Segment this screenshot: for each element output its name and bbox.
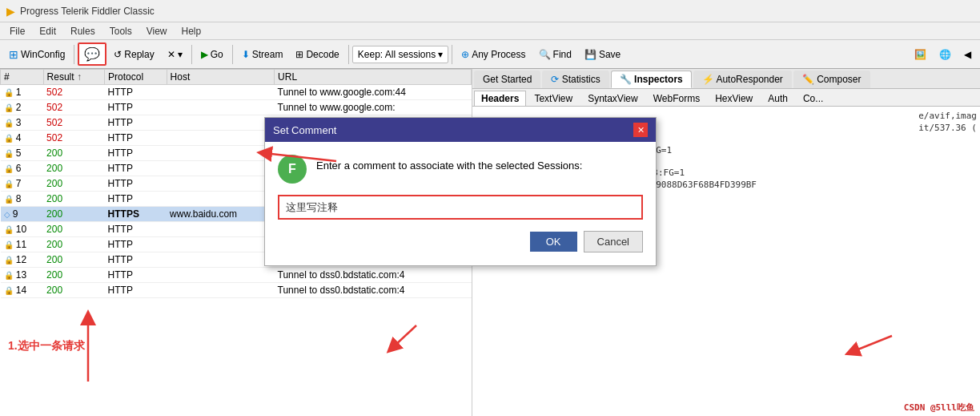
decode-button[interactable]: ⊞ Decode: [290, 46, 344, 63]
lock-icon: 🔒: [4, 103, 14, 112]
cell-url: Tunnel to dss0.bdstatic.com:4: [275, 268, 472, 283]
x-icon: ✕: [167, 49, 175, 60]
cell-host: [167, 115, 274, 131]
cell-num: 🔒 4: [1, 131, 44, 146]
tab-auth[interactable]: Auth: [761, 91, 795, 106]
svg-line-1: [852, 336, 892, 352]
stream-button[interactable]: ⬇ Stream: [236, 46, 289, 63]
toolbar-icon-1[interactable]: 🖼️: [909, 46, 932, 63]
tab-get-started[interactable]: Get Started: [474, 71, 540, 88]
tab-textview[interactable]: TextView: [527, 91, 580, 106]
comment-button[interactable]: 💬: [78, 42, 106, 66]
lock-icon: ◇: [4, 210, 10, 219]
tab-headers[interactable]: Headers: [474, 91, 526, 106]
menu-help[interactable]: Help: [175, 24, 208, 38]
top-tabs: Get Started ⟳ Statistics 🔧 Inspectors ⚡ …: [472, 69, 980, 89]
comment-icon: 💬: [84, 46, 100, 62]
tab-autoresponder[interactable]: ⚡ AutoResponder: [693, 71, 792, 88]
csdn-watermark: CSDN @5lll吃鱼: [902, 401, 977, 414]
tab-inspectors[interactable]: 🔧 Inspectors: [611, 71, 692, 88]
tab-composer[interactable]: ✏️ Composer: [793, 71, 870, 88]
cell-result: 200: [43, 283, 105, 298]
table-row[interactable]: 🔒 2 502 HTTP Tunnel to www.google.com:: [1, 100, 472, 115]
right-panel: Get Started ⟳ Statistics 🔧 Inspectors ⚡ …: [472, 69, 980, 416]
go-button[interactable]: ▶ Go: [195, 46, 229, 63]
dialog-ok-button[interactable]: OK: [530, 232, 577, 252]
table-row[interactable]: 🔒 13 200 HTTP Tunnel to dss0.bdstatic.co…: [1, 268, 472, 283]
dialog-titlebar: Set Comment ✕: [472, 118, 656, 142]
x-button[interactable]: ✕ ▾: [162, 46, 188, 63]
lock-icon: 🔒: [4, 119, 14, 127]
cell-num: ◇ 9: [1, 207, 44, 222]
tab-co[interactable]: Co...: [796, 91, 830, 106]
tab-syntaxview[interactable]: SyntaxView: [580, 91, 645, 106]
cell-host: [167, 131, 274, 146]
cell-protocol: HTTP: [105, 131, 167, 146]
cell-result: 200: [43, 237, 105, 252]
winconfig-button[interactable]: ⊞ WinConfig: [3, 45, 70, 64]
cell-protocol: HTTP: [105, 268, 167, 283]
cell-host: [167, 268, 274, 283]
tab-hexview[interactable]: HexView: [708, 91, 760, 106]
tab-webforms[interactable]: WebForms: [646, 91, 707, 106]
sep2: [191, 45, 192, 64]
menu-file[interactable]: File: [3, 24, 31, 38]
find-button[interactable]: 🔍 Find: [533, 46, 577, 63]
sep3: [232, 45, 233, 64]
cell-result: 200: [43, 176, 105, 192]
cell-protocol: HTTPS: [105, 207, 167, 222]
set-comment-dialog[interactable]: Set Comment ✕ F Enter a comment to assoc…: [472, 117, 657, 266]
col-num[interactable]: #: [1, 70, 44, 85]
main-layout: # Result ↑ Protocol Host URL 🔒 1 502 HTT…: [0, 69, 980, 416]
cell-num: 🔒 6: [1, 161, 44, 176]
cell-host: [167, 146, 274, 161]
col-protocol[interactable]: Protocol: [105, 70, 167, 85]
save-button[interactable]: 💾 Save: [579, 46, 626, 63]
app-icon: ▶: [6, 5, 15, 18]
menu-rules[interactable]: Rules: [64, 24, 102, 38]
table-row[interactable]: 🔒 14 200 HTTP Tunnel to dss0.bdstatic.co…: [1, 283, 472, 298]
menu-view[interactable]: View: [140, 24, 174, 38]
icon1: 🖼️: [914, 49, 926, 60]
cell-result: 200: [43, 252, 105, 268]
dialog-cancel-button[interactable]: Cancel: [584, 231, 643, 252]
cell-result: 502: [43, 100, 105, 115]
lock-icon: 🔒: [4, 286, 14, 295]
col-host[interactable]: Host: [167, 70, 274, 85]
cell-result: 200: [43, 161, 105, 176]
dialog-input-row: [472, 195, 643, 220]
replay-button[interactable]: ↺ Replay: [108, 46, 159, 63]
comment-input[interactable]: [472, 195, 643, 220]
cell-result: 200: [43, 207, 105, 222]
lock-icon: 🔒: [4, 271, 14, 280]
toolbar-icon-2[interactable]: 🌐: [934, 46, 957, 63]
menu-edit[interactable]: Edit: [33, 24, 62, 38]
composer-icon: ✏️: [802, 74, 814, 85]
any-process-button[interactable]: ⊕ Any Process: [456, 46, 531, 63]
dialog-message-row: F Enter a comment to associate with the …: [472, 155, 643, 184]
cell-url: Tunnel to dss0.bdstatic.com:4: [275, 283, 472, 298]
cell-host: www.baidu.com: [167, 207, 274, 222]
cell-host: [167, 176, 274, 192]
cell-protocol: HTTP: [105, 222, 167, 237]
tab-statistics[interactable]: ⟳ Statistics: [542, 71, 608, 88]
cell-num: 🔒 14: [1, 283, 44, 298]
sep1: [74, 45, 74, 64]
keep-dropdown[interactable]: Keep: All sessions ▾: [352, 46, 448, 63]
find-icon: 🔍: [539, 49, 551, 60]
col-url[interactable]: URL: [275, 70, 472, 85]
dialog-close-button[interactable]: ✕: [633, 123, 648, 137]
lock-icon: 🔒: [4, 180, 14, 188]
cell-num: 🔒 12: [1, 252, 44, 268]
cell-protocol: HTTP: [105, 237, 167, 252]
menu-tools[interactable]: Tools: [103, 24, 139, 38]
dialog-message: Enter a comment to associate with the se…: [472, 155, 582, 172]
cell-protocol: HTTP: [105, 146, 167, 161]
toolbar-icon-3[interactable]: ◀: [958, 46, 977, 63]
table-row[interactable]: 🔒 1 502 HTTP Tunnel to www.google.com:44: [1, 85, 472, 100]
cell-protocol: HTTP: [105, 176, 167, 192]
cell-protocol: HTTP: [105, 192, 167, 207]
cell-protocol: HTTP: [105, 252, 167, 268]
col-result[interactable]: Result ↑: [43, 70, 105, 85]
cell-result: 502: [43, 131, 105, 146]
